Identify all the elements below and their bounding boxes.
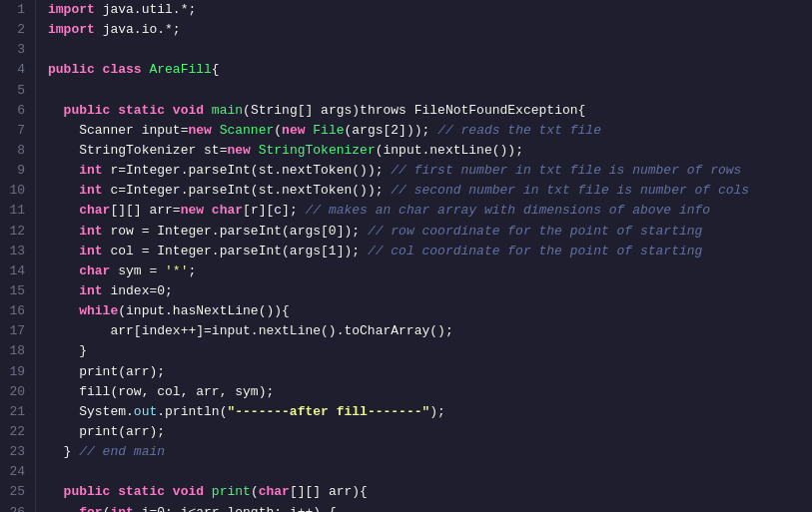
code-line: fill(row, col, arr, sym); — [48, 382, 800, 402]
line-number: 23 — [8, 442, 25, 462]
line-number: 22 — [8, 422, 25, 442]
code-line: import java.util.*; — [48, 0, 800, 20]
line-number: 1 — [8, 0, 25, 20]
code-line — [48, 81, 800, 101]
code-line: print(arr); — [48, 422, 800, 442]
code-line: } — [48, 341, 800, 361]
code-line: import java.io.*; — [48, 20, 800, 40]
code-line: } // end main — [48, 442, 800, 462]
line-number: 13 — [8, 242, 25, 261]
code-line: int row = Integer.parseInt(args[0]); // … — [48, 222, 800, 242]
code-line — [48, 40, 800, 60]
line-number: 9 — [8, 161, 25, 181]
line-number: 5 — [8, 81, 25, 101]
code-line: StringTokenizer st=new StringTokenizer(i… — [48, 141, 800, 161]
line-number: 3 — [8, 40, 25, 60]
line-number-gutter: 1234567891011121314151617181920212223242… — [0, 0, 36, 512]
code-line: int col = Integer.parseInt(args[1]); // … — [48, 242, 800, 261]
line-number: 8 — [8, 141, 25, 161]
line-number: 14 — [8, 261, 25, 281]
line-number: 19 — [8, 362, 25, 382]
line-number: 17 — [8, 321, 25, 341]
code-line: for(int i=0; i<arr.length; i++) { — [48, 503, 800, 512]
code-line: System.out.println("-------after fill---… — [48, 402, 800, 422]
code-line: Scanner input=new Scanner(new File(args[… — [48, 121, 800, 141]
line-number: 6 — [8, 101, 25, 121]
line-number: 10 — [8, 181, 25, 201]
line-number: 26 — [8, 503, 25, 512]
line-number: 15 — [8, 281, 25, 301]
code-line: public class AreaFill{ — [48, 60, 800, 80]
code-area: import java.util.*;import java.io.*; pub… — [36, 0, 812, 512]
line-number: 4 — [8, 60, 25, 80]
line-number: 12 — [8, 222, 25, 242]
line-number: 18 — [8, 341, 25, 361]
code-line: int index=0; — [48, 281, 800, 301]
line-number: 21 — [8, 402, 25, 422]
line-number: 2 — [8, 20, 25, 40]
line-number: 24 — [8, 462, 25, 482]
code-editor: 1234567891011121314151617181920212223242… — [0, 0, 812, 512]
line-number: 11 — [8, 201, 25, 221]
code-line: int r=Integer.parseInt(st.nextToken()); … — [48, 161, 800, 181]
code-line: public static void main(String[] args)th… — [48, 101, 800, 121]
line-number: 7 — [8, 121, 25, 141]
code-line: char sym = '*'; — [48, 261, 800, 281]
code-line: arr[index++]=input.nextLine().toCharArra… — [48, 321, 800, 341]
code-line: char[][] arr=new char[r][c]; // makes an… — [48, 201, 800, 221]
code-line: print(arr); — [48, 362, 800, 382]
line-number: 25 — [8, 482, 25, 502]
line-number: 16 — [8, 301, 25, 321]
code-line: while(input.hasNextLine()){ — [48, 301, 800, 321]
code-line: int c=Integer.parseInt(st.nextToken()); … — [48, 181, 800, 201]
line-number: 20 — [8, 382, 25, 402]
code-line — [48, 462, 800, 482]
code-line: public static void print(char[][] arr){ — [48, 482, 800, 502]
